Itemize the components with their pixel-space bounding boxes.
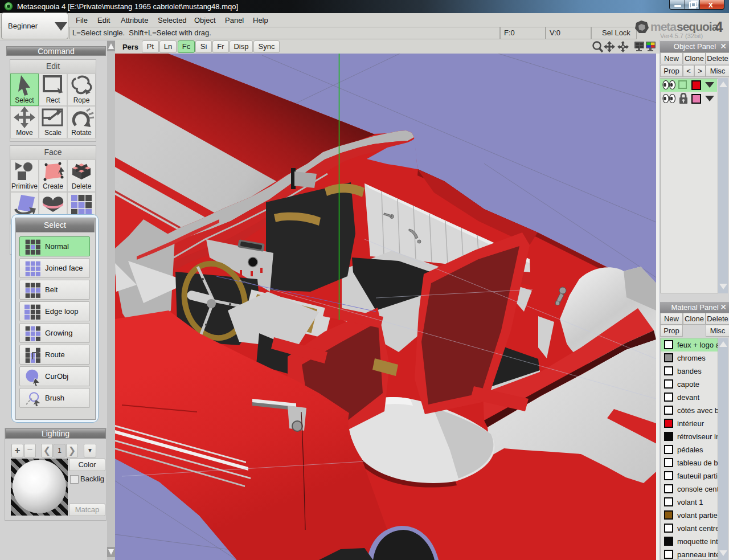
svg-text:Ver4.5.7 (32bit): Ver4.5.7 (32bit) xyxy=(660,32,703,39)
svg-text:sequoia: sequoia xyxy=(677,20,719,33)
svg-text:meta: meta xyxy=(650,20,677,33)
svg-text:4: 4 xyxy=(715,19,723,35)
